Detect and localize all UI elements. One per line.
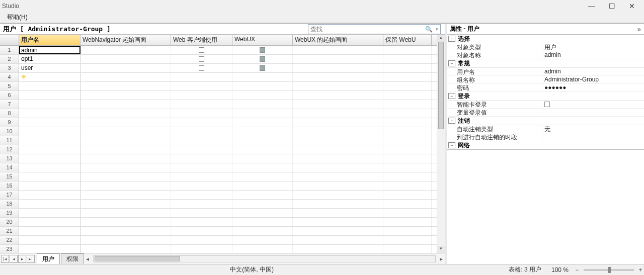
cell-web-client[interactable] — [171, 91, 232, 100]
cell-webnav-start[interactable] — [80, 55, 171, 63]
table-row[interactable]: 23 — [0, 245, 437, 253]
table-row[interactable]: 21 — [0, 227, 437, 236]
scroll-up-icon[interactable]: ▴ — [437, 35, 445, 42]
cell-web-client[interactable] — [171, 100, 232, 109]
cell-web-client[interactable] — [171, 118, 232, 127]
grid-vscroll[interactable]: ▴ ▾ — [437, 35, 445, 253]
cell-reserve[interactable] — [383, 91, 432, 100]
table-row[interactable]: 13 — [0, 154, 437, 163]
cell-web-client[interactable] — [171, 127, 232, 136]
checkbox-icon[interactable] — [260, 47, 265, 53]
row-number[interactable]: 8 — [0, 109, 19, 118]
cell-reserve[interactable] — [383, 46, 432, 54]
cell-reserve[interactable] — [383, 145, 432, 154]
close-button[interactable]: ✕ — [622, 0, 642, 12]
cell-webux-start[interactable] — [293, 109, 383, 118]
table-row[interactable]: 6 — [0, 91, 437, 100]
cell-web-client[interactable] — [171, 55, 232, 63]
row-number[interactable]: 10 — [0, 127, 19, 136]
cell-username[interactable] — [19, 236, 80, 244]
cell-reserve[interactable] — [383, 227, 432, 235]
zoom-knob[interactable] — [608, 267, 611, 273]
table-row[interactable]: 14 — [0, 163, 437, 172]
grid-hscroll[interactable] — [93, 255, 436, 262]
table-row[interactable]: 22 — [0, 236, 437, 245]
cell-reserve[interactable] — [383, 209, 432, 217]
prop-row[interactable]: 变量登录值 — [447, 109, 644, 117]
checkbox-icon[interactable] — [544, 102, 550, 107]
table-row[interactable]: 11 — [0, 136, 437, 145]
search-box[interactable]: 🔍 ▾ — [308, 24, 441, 34]
prop-row[interactable]: 组名称Administrator-Group — [447, 76, 644, 84]
cell-web-client[interactable] — [171, 46, 232, 54]
cell-username[interactable] — [19, 163, 80, 172]
collapse-icon[interactable]: − — [448, 118, 455, 124]
table-row[interactable]: 16 — [0, 181, 437, 191]
prop-group-header[interactable]: −注销 — [447, 117, 644, 125]
table-row[interactable]: 5 — [0, 82, 437, 91]
cell-webux-start[interactable] — [293, 64, 383, 72]
cell-webnav-start[interactable] — [80, 82, 171, 90]
row-number[interactable]: 6 — [0, 91, 19, 100]
cell-web-client[interactable] — [171, 163, 232, 172]
collapse-icon[interactable]: − — [448, 142, 455, 148]
cell-username[interactable] — [19, 82, 80, 90]
cell-webnav-start[interactable] — [80, 191, 171, 199]
nav-next-icon[interactable]: ▸ — [18, 255, 26, 263]
scroll-down-icon[interactable]: ▾ — [437, 246, 445, 253]
cell-webux-start[interactable] — [293, 46, 383, 54]
prop-group-header[interactable]: −网络 — [447, 141, 644, 150]
cell-webnav-start[interactable] — [80, 245, 171, 253]
col-web-client[interactable]: Web 客户端使用 — [171, 35, 232, 45]
col-webnav-start[interactable]: WebNavigator 起始画面 — [80, 35, 171, 45]
collapse-icon[interactable]: − — [448, 60, 455, 66]
cell-reserve[interactable] — [383, 64, 432, 72]
cell-reserve[interactable] — [383, 127, 432, 136]
hscroll-thumb[interactable] — [95, 256, 180, 261]
table-row[interactable]: 19 — [0, 209, 437, 218]
cell-username[interactable] — [19, 136, 80, 145]
properties-more-icon[interactable]: » — [637, 25, 641, 33]
cell-webnav-start[interactable] — [80, 200, 171, 208]
cell-webux[interactable] — [232, 191, 293, 199]
table-row[interactable]: 17 — [0, 191, 437, 200]
cell-reserve[interactable] — [383, 82, 432, 90]
cell-webux-start[interactable] — [293, 191, 383, 199]
cell-webux-start[interactable] — [293, 209, 383, 217]
cell-webnav-start[interactable] — [80, 227, 171, 235]
grid-corner[interactable] — [0, 35, 19, 45]
cell-reserve[interactable] — [383, 172, 432, 181]
checkbox-icon[interactable] — [199, 56, 204, 62]
cell-webux-start[interactable] — [293, 73, 383, 81]
prop-row[interactable]: 密码●●●●●● — [447, 84, 644, 92]
cell-reserve[interactable] — [383, 191, 432, 199]
prop-value[interactable]: 无 — [542, 125, 644, 133]
cell-webux-start[interactable] — [293, 172, 383, 181]
cell-webux[interactable] — [232, 236, 293, 244]
cell-webux-start[interactable] — [293, 245, 383, 253]
cell-web-client[interactable] — [171, 191, 232, 199]
cell-webnav-start[interactable] — [80, 118, 171, 127]
cell-webux[interactable] — [232, 200, 293, 208]
cell-username[interactable] — [19, 109, 80, 118]
cell-webux-start[interactable] — [293, 82, 383, 90]
search-dropdown-icon[interactable]: ▾ — [433, 27, 440, 32]
cell-webnav-start[interactable] — [80, 109, 171, 118]
cell-username[interactable] — [19, 118, 80, 127]
nav-first-icon[interactable]: |◂ — [1, 255, 9, 263]
cell-reserve[interactable] — [383, 154, 432, 163]
checkbox-icon[interactable] — [260, 65, 265, 71]
cell-webux[interactable] — [232, 91, 293, 100]
row-number[interactable]: 18 — [0, 200, 19, 208]
cell-webux-start[interactable] — [293, 236, 383, 244]
cell-web-client[interactable] — [171, 136, 232, 145]
cell-web-client[interactable] — [171, 218, 232, 226]
cell-web-client[interactable] — [171, 145, 232, 154]
table-row[interactable]: 8 — [0, 109, 437, 118]
cell-webux[interactable] — [232, 163, 293, 172]
row-number[interactable]: 23 — [0, 245, 19, 253]
row-number[interactable]: 1 — [0, 46, 19, 54]
prop-group-header[interactable]: −常规 — [447, 59, 644, 68]
hscroll-right-icon[interactable]: ▸ — [438, 255, 445, 262]
table-row[interactable]: 20 — [0, 218, 437, 227]
